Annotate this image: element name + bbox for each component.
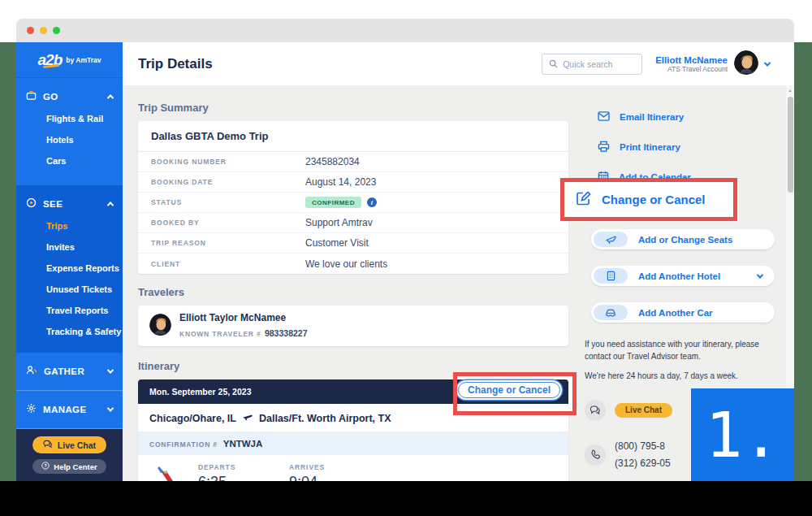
sidebar-item-gather[interactable]: GATHER [16, 363, 123, 379]
nav-label: GO [43, 92, 58, 102]
status-badge: CONFIRMED [305, 197, 361, 208]
sidebar-nav: GO Flights & Rail Hotels Cars SEE [16, 78, 123, 481]
itinerary-segment-header: Mon. September 25, 2023 Change or Cancel [138, 379, 568, 404]
nav-label: GATHER [44, 366, 84, 376]
known-traveler-number: 983338227 [265, 328, 308, 338]
arrives-label: ARRIVES [289, 463, 380, 471]
question-circle-icon: ? [41, 462, 50, 471]
briefcase-icon [26, 90, 37, 102]
row-label: BOOKING DATE [151, 178, 305, 186]
row-label: BOOKING NUMBER [151, 158, 305, 166]
nav-section-manage: MANAGE [16, 391, 123, 429]
sidebar-item-cars[interactable]: Cars [46, 156, 123, 166]
page-title: Trip Details [138, 56, 213, 72]
scrollbar-thumb[interactable] [788, 97, 793, 193]
table-row: BOOKED BY Support Amtrav [138, 213, 568, 233]
chat-bubble-icon [43, 440, 53, 450]
trip-name: Dallas GBTA Demo Trip [138, 121, 568, 152]
traveler-avatar [149, 314, 171, 339]
nav-label: MANAGE [43, 405, 87, 414]
row-value: Customer Visit [305, 237, 369, 249]
phone-number-1: (800) 795-8 [615, 438, 671, 455]
window-minimize-dot[interactable] [40, 27, 47, 34]
chevron-down-icon[interactable] [757, 271, 763, 278]
change-or-cancel-link[interactable]: Change or Cancel [602, 193, 706, 206]
email-itinerary-link[interactable]: Email Itinerary [583, 102, 775, 132]
change-or-cancel-button[interactable]: Change or Cancel [458, 382, 560, 398]
row-label: CLIENT [151, 260, 305, 268]
sidebar-item-manage[interactable]: MANAGE [16, 401, 123, 417]
live-chat-badge[interactable]: Live Chat [615, 403, 672, 418]
sidebar-item-see[interactable]: SEE [16, 196, 123, 211]
sidebar-footer: Live Chat ? Help Center [16, 429, 123, 481]
sidebar-item-trips[interactable]: Trips [46, 221, 123, 231]
add-or-change-seats-button[interactable]: Add or Change Seats [591, 229, 775, 249]
avatar[interactable] [734, 50, 758, 78]
user-account: ATS Travel Account [655, 65, 728, 73]
known-traveler-label: KNOWN TRAVELER # [179, 330, 261, 338]
logo-brand-text: a2b [38, 51, 63, 69]
seat-plane-icon [594, 232, 628, 247]
traveler-card: Elliott Taylor McNamee KNOWN TRAVELER # … [138, 306, 568, 346]
gear-icon [26, 403, 37, 415]
sidebar-item-go[interactable]: GO [16, 89, 123, 104]
table-row: STATUS CONFIRMED i [138, 193, 568, 213]
bottom-black-bar [0, 481, 812, 516]
envelope-icon [598, 111, 610, 123]
people-icon [26, 365, 37, 377]
trip-summary-heading: Trip Summary [138, 102, 568, 114]
add-actions: Add or Change Seats Add Another Hotel [583, 229, 775, 323]
add-another-hotel-button[interactable]: Add Another Hotel [591, 266, 775, 286]
airline-logo-icon [156, 465, 175, 481]
chevron-down-icon [764, 59, 771, 66]
logo-byline: by AmTrav [66, 56, 101, 64]
window-zoom-dot[interactable] [53, 27, 60, 34]
phone-icon [585, 444, 606, 466]
departs-label: DEPARTS [198, 463, 289, 471]
chevron-up-icon [107, 94, 114, 101]
printer-icon [598, 141, 610, 154]
app-window: a2b by AmTrav GO Flights & Rail Hotels C… [16, 42, 794, 481]
route-to: Dallas/Ft. Worth Airport, TX [259, 413, 391, 424]
departs-time: 6:35 [198, 474, 227, 481]
sidebar-item-travel-reports[interactable]: Travel Reports [46, 306, 123, 315]
itinerary-heading: Itinerary [138, 360, 568, 372]
nav-label: SEE [43, 199, 63, 209]
sidebar-item-expense-reports[interactable]: Expense Reports [46, 263, 123, 273]
see-icon [26, 197, 37, 210]
route-from: Chicago/Ohare, IL [149, 413, 236, 424]
print-itinerary-link[interactable]: Print Itinerary [583, 132, 775, 162]
car-icon [594, 305, 628, 320]
svg-text:?: ? [45, 463, 48, 468]
help-center-button[interactable]: ? Help Center [32, 459, 106, 474]
chevron-up-icon [107, 202, 114, 208]
step-annotation: 1. [691, 388, 794, 487]
assist-paragraph-2: We're here 24 hours a day, 7 days a week… [585, 371, 770, 383]
confirmation-label: CONFIRMATION # [149, 440, 218, 449]
hotel-icon [594, 268, 628, 284]
user-name: Elliott McNamee [655, 55, 728, 65]
departure-block: DEPARTS 6:35 AM [198, 463, 289, 481]
pill-label: Add Another Car [638, 308, 713, 318]
info-icon[interactable]: i [367, 197, 377, 207]
row-value: Support Amtrav [305, 217, 373, 228]
search-input[interactable] [563, 59, 628, 69]
chevron-down-icon [107, 366, 114, 373]
confirmation-code: YNTWJA [223, 439, 263, 449]
quick-search[interactable] [542, 54, 642, 75]
add-another-car-button[interactable]: Add Another Car [591, 302, 775, 323]
sidebar-item-hotels[interactable]: Hotels [46, 135, 123, 145]
sidebar-item-flights-rail[interactable]: Flights & Rail [46, 114, 123, 124]
user-menu[interactable]: Elliott McNamee ATS Travel Account [655, 50, 770, 78]
app-logo[interactable]: a2b by AmTrav [16, 42, 123, 78]
scrollbar-up-arrow[interactable]: ▲ [786, 85, 794, 93]
sidebar-item-tracking-safety[interactable]: Tracking & Safety [46, 327, 123, 336]
main-header: Trip Details Elliott McNamee ATS Travel … [123, 42, 794, 85]
window-close-dot[interactable] [27, 27, 34, 34]
assistance-text: If you need assistance with your itinera… [583, 339, 770, 383]
search-icon [549, 57, 558, 72]
sidebar-item-unused-tickets[interactable]: Unused Tickets [46, 284, 123, 294]
pill-label: Add or Change Seats [638, 235, 732, 245]
live-chat-button[interactable]: Live Chat [32, 436, 106, 453]
sidebar-item-invites[interactable]: Invites [46, 242, 123, 252]
